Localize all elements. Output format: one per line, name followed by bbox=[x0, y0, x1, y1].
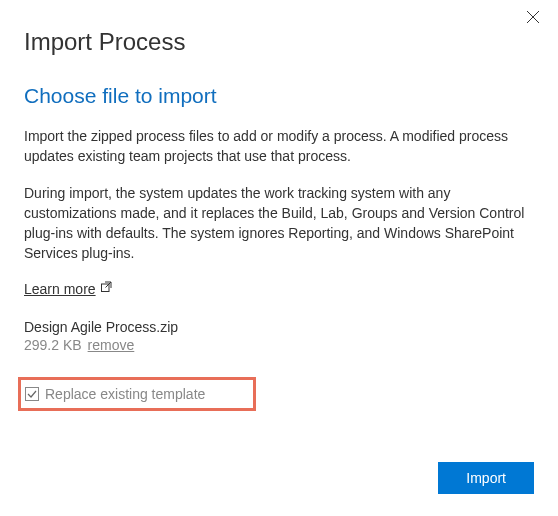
replace-template-checkbox[interactable]: Replace existing template bbox=[18, 377, 256, 411]
intro-paragraph-2: During import, the system updates the wo… bbox=[24, 183, 534, 264]
checkbox-label: Replace existing template bbox=[45, 386, 205, 402]
import-button[interactable]: Import bbox=[438, 462, 534, 494]
file-size: 299.2 KB bbox=[24, 337, 82, 353]
remove-file-link[interactable]: remove bbox=[88, 337, 135, 353]
checkbox-icon bbox=[25, 387, 39, 401]
learn-more-link[interactable]: Learn more bbox=[24, 281, 112, 297]
uploaded-file-meta: 299.2 KBremove bbox=[24, 337, 534, 353]
intro-paragraph-1: Import the zipped process files to add o… bbox=[24, 126, 534, 167]
external-link-icon bbox=[100, 281, 112, 296]
learn-more-label: Learn more bbox=[24, 281, 96, 297]
svg-line-3 bbox=[105, 282, 111, 288]
dialog-footer: Import bbox=[438, 462, 534, 494]
close-icon[interactable] bbox=[526, 10, 540, 27]
dialog-title: Import Process bbox=[24, 28, 534, 56]
uploaded-file-name: Design Agile Process.zip bbox=[24, 319, 534, 335]
dialog-subtitle: Choose file to import bbox=[24, 84, 534, 108]
